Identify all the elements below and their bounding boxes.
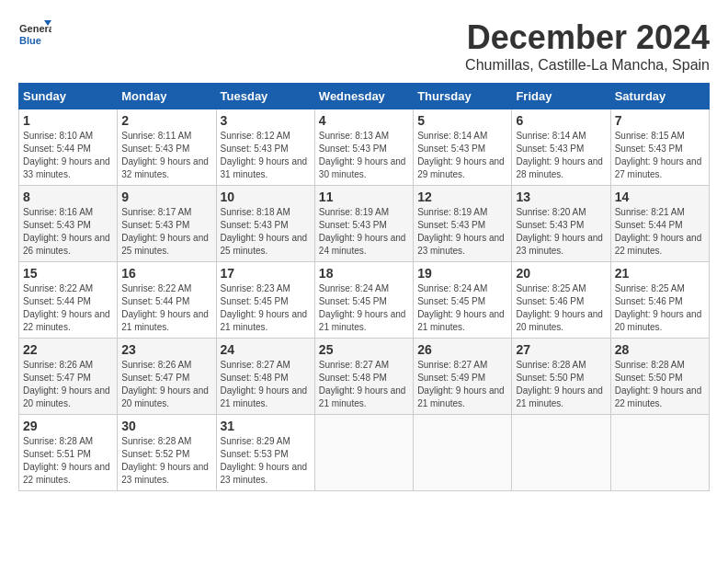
calendar-cell: 7Sunrise: 8:15 AMSunset: 5:43 PMDaylight…: [610, 109, 709, 186]
calendar-cell: 6Sunrise: 8:14 AMSunset: 5:43 PMDaylight…: [512, 109, 610, 186]
day-number: 4: [319, 113, 409, 128]
day-info: Sunrise: 8:23 AMSunset: 5:45 PMDaylight:…: [221, 282, 311, 334]
day-number: 3: [221, 113, 311, 128]
col-sunday: Sunday: [19, 84, 118, 109]
day-info: Sunrise: 8:26 AMSunset: 5:47 PMDaylight:…: [23, 359, 113, 410]
day-info: Sunrise: 8:14 AMSunset: 5:43 PMDaylight:…: [516, 130, 606, 181]
calendar-cell: 24Sunrise: 8:27 AMSunset: 5:48 PMDayligh…: [216, 339, 314, 415]
day-number: 10: [221, 190, 311, 204]
svg-text:Blue: Blue: [19, 35, 41, 46]
day-info: Sunrise: 8:28 AMSunset: 5:50 PMDaylight:…: [516, 359, 606, 410]
calendar-cell: 26Sunrise: 8:27 AMSunset: 5:49 PMDayligh…: [414, 339, 512, 415]
calendar-cell: 29Sunrise: 8:28 AMSunset: 5:51 PMDayligh…: [19, 415, 118, 491]
calendar-cell: 5Sunrise: 8:14 AMSunset: 5:43 PMDaylight…: [414, 109, 512, 186]
header: General Blue December 2024 Chumillas, Ca…: [18, 18, 710, 74]
calendar-body: 1Sunrise: 8:10 AMSunset: 5:44 PMDaylight…: [19, 109, 710, 491]
day-info: Sunrise: 8:27 AMSunset: 5:48 PMDaylight:…: [319, 359, 409, 410]
day-info: Sunrise: 8:12 AMSunset: 5:43 PMDaylight:…: [221, 130, 311, 181]
day-number: 30: [121, 419, 211, 433]
week-row-2: 8Sunrise: 8:16 AMSunset: 5:43 PMDaylight…: [19, 186, 710, 262]
col-saturday: Saturday: [610, 84, 709, 109]
calendar-cell: [512, 415, 610, 491]
day-info: Sunrise: 8:18 AMSunset: 5:43 PMDaylight:…: [221, 206, 311, 258]
calendar-cell: 22Sunrise: 8:26 AMSunset: 5:47 PMDayligh…: [19, 339, 118, 415]
header-row: Sunday Monday Tuesday Wednesday Thursday…: [19, 84, 710, 109]
day-info: Sunrise: 8:24 AMSunset: 5:45 PMDaylight:…: [319, 282, 409, 334]
day-number: 12: [417, 190, 507, 204]
day-info: Sunrise: 8:16 AMSunset: 5:43 PMDaylight:…: [23, 206, 113, 258]
col-thursday: Thursday: [414, 84, 512, 109]
day-number: 18: [319, 266, 409, 281]
week-row-5: 29Sunrise: 8:28 AMSunset: 5:51 PMDayligh…: [19, 415, 710, 491]
calendar-cell: 23Sunrise: 8:26 AMSunset: 5:47 PMDayligh…: [118, 339, 216, 415]
day-number: 23: [121, 342, 211, 357]
day-info: Sunrise: 8:28 AMSunset: 5:52 PMDaylight:…: [121, 435, 211, 487]
day-info: Sunrise: 8:27 AMSunset: 5:49 PMDaylight:…: [417, 359, 507, 410]
day-info: Sunrise: 8:19 AMSunset: 5:43 PMDaylight:…: [417, 206, 507, 258]
day-number: 11: [319, 190, 409, 204]
day-number: 29: [23, 419, 113, 433]
title-section: December 2024 Chumillas, Castille-La Man…: [465, 18, 710, 74]
day-number: 17: [221, 266, 311, 281]
location-title: Chumillas, Castille-La Mancha, Spain: [465, 57, 710, 74]
calendar-cell: 9Sunrise: 8:17 AMSunset: 5:43 PMDaylight…: [118, 186, 216, 262]
day-number: 19: [417, 266, 507, 281]
day-number: 1: [23, 113, 113, 128]
week-row-3: 15Sunrise: 8:22 AMSunset: 5:44 PMDayligh…: [19, 262, 710, 339]
day-number: 2: [121, 113, 211, 128]
calendar-cell: 11Sunrise: 8:19 AMSunset: 5:43 PMDayligh…: [314, 186, 413, 262]
week-row-1: 1Sunrise: 8:10 AMSunset: 5:44 PMDaylight…: [19, 109, 710, 186]
calendar-cell: 2Sunrise: 8:11 AMSunset: 5:43 PMDaylight…: [118, 109, 216, 186]
svg-text:General: General: [19, 23, 51, 34]
day-number: 5: [417, 113, 507, 128]
calendar-cell: [314, 415, 413, 491]
day-info: Sunrise: 8:17 AMSunset: 5:43 PMDaylight:…: [121, 206, 211, 258]
day-info: Sunrise: 8:22 AMSunset: 5:44 PMDaylight:…: [23, 282, 113, 334]
day-info: Sunrise: 8:11 AMSunset: 5:43 PMDaylight:…: [121, 130, 211, 181]
calendar-cell: 20Sunrise: 8:25 AMSunset: 5:46 PMDayligh…: [512, 262, 610, 339]
day-number: 25: [319, 342, 409, 357]
month-title: December 2024: [465, 18, 710, 57]
day-info: Sunrise: 8:28 AMSunset: 5:50 PMDaylight:…: [615, 359, 705, 410]
day-number: 24: [221, 342, 311, 357]
day-info: Sunrise: 8:25 AMSunset: 5:46 PMDaylight:…: [516, 282, 606, 334]
calendar-cell: 3Sunrise: 8:12 AMSunset: 5:43 PMDaylight…: [216, 109, 314, 186]
day-number: 31: [221, 419, 311, 433]
day-info: Sunrise: 8:28 AMSunset: 5:51 PMDaylight:…: [23, 435, 113, 487]
calendar-cell: 12Sunrise: 8:19 AMSunset: 5:43 PMDayligh…: [414, 186, 512, 262]
week-row-4: 22Sunrise: 8:26 AMSunset: 5:47 PMDayligh…: [19, 339, 710, 415]
day-number: 8: [23, 190, 113, 204]
day-info: Sunrise: 8:20 AMSunset: 5:43 PMDaylight:…: [516, 206, 606, 258]
col-monday: Monday: [118, 84, 216, 109]
calendar-cell: 30Sunrise: 8:28 AMSunset: 5:52 PMDayligh…: [118, 415, 216, 491]
calendar-cell: 16Sunrise: 8:22 AMSunset: 5:44 PMDayligh…: [118, 262, 216, 339]
logo: General Blue: [18, 18, 51, 52]
calendar-cell: 27Sunrise: 8:28 AMSunset: 5:50 PMDayligh…: [512, 339, 610, 415]
calendar-cell: 25Sunrise: 8:27 AMSunset: 5:48 PMDayligh…: [314, 339, 413, 415]
day-info: Sunrise: 8:25 AMSunset: 5:46 PMDaylight:…: [615, 282, 705, 334]
col-wednesday: Wednesday: [314, 84, 413, 109]
day-number: 27: [516, 342, 606, 357]
calendar-cell: 19Sunrise: 8:24 AMSunset: 5:45 PMDayligh…: [414, 262, 512, 339]
day-info: Sunrise: 8:26 AMSunset: 5:47 PMDaylight:…: [121, 359, 211, 410]
day-info: Sunrise: 8:29 AMSunset: 5:53 PMDaylight:…: [221, 435, 311, 487]
day-info: Sunrise: 8:15 AMSunset: 5:43 PMDaylight:…: [615, 130, 705, 181]
logo-svg: General Blue: [18, 18, 51, 52]
calendar-cell: 28Sunrise: 8:28 AMSunset: 5:50 PMDayligh…: [610, 339, 709, 415]
calendar-cell: 13Sunrise: 8:20 AMSunset: 5:43 PMDayligh…: [512, 186, 610, 262]
day-number: 20: [516, 266, 606, 281]
day-number: 21: [615, 266, 705, 281]
calendar-cell: [610, 415, 709, 491]
day-number: 28: [615, 342, 705, 357]
calendar-cell: 21Sunrise: 8:25 AMSunset: 5:46 PMDayligh…: [610, 262, 709, 339]
day-info: Sunrise: 8:22 AMSunset: 5:44 PMDaylight:…: [121, 282, 211, 334]
calendar-cell: 17Sunrise: 8:23 AMSunset: 5:45 PMDayligh…: [216, 262, 314, 339]
calendar-cell: 15Sunrise: 8:22 AMSunset: 5:44 PMDayligh…: [19, 262, 118, 339]
day-number: 13: [516, 190, 606, 204]
day-number: 7: [615, 113, 705, 128]
day-info: Sunrise: 8:27 AMSunset: 5:48 PMDaylight:…: [221, 359, 311, 410]
day-info: Sunrise: 8:19 AMSunset: 5:43 PMDaylight:…: [319, 206, 409, 258]
calendar-cell: 4Sunrise: 8:13 AMSunset: 5:43 PMDaylight…: [314, 109, 413, 186]
day-number: 9: [121, 190, 211, 204]
calendar-cell: 10Sunrise: 8:18 AMSunset: 5:43 PMDayligh…: [216, 186, 314, 262]
